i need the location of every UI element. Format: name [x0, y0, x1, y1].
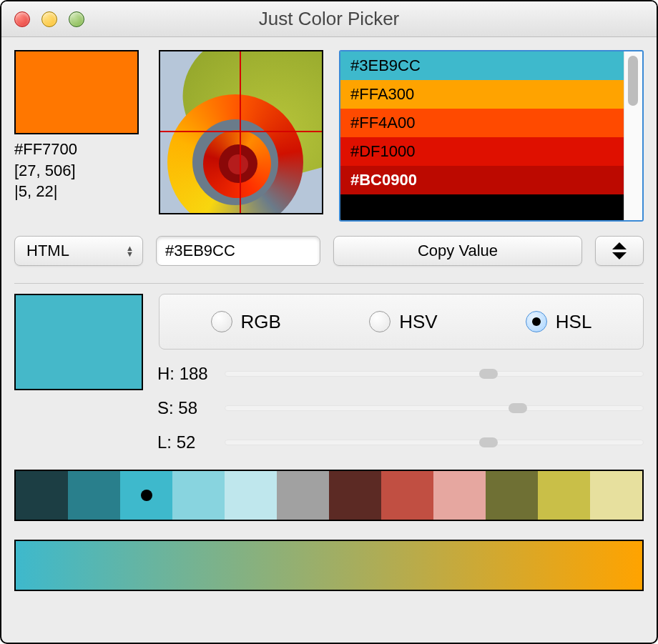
palette-row	[14, 470, 644, 521]
traffic-lights	[14, 11, 84, 27]
history-item[interactable]: #FFA300	[340, 80, 624, 109]
title-bar: Just Color Picker	[1, 1, 657, 37]
current-color-meta: #FF7700 [27, 506] |5, 22|	[14, 139, 143, 202]
slider-h[interactable]	[225, 371, 644, 377]
palette-cell[interactable]	[16, 471, 68, 520]
history-item[interactable]	[340, 194, 624, 220]
mode-label: HSL	[556, 311, 592, 333]
format-select[interactable]: HTML ▲▼	[14, 236, 143, 266]
palette-cell[interactable]	[433, 471, 486, 520]
current-hex: #FF7700	[14, 139, 143, 160]
mode-label: RGB	[241, 311, 281, 333]
slider-label-h: H: 188	[157, 364, 215, 384]
select-arrows-icon: ▲▼	[126, 245, 134, 257]
palette-cell[interactable]	[381, 471, 433, 520]
slider-s[interactable]	[225, 405, 644, 411]
active-dot-icon	[141, 490, 152, 501]
mode-radio-hsv[interactable]: HSV	[369, 311, 437, 333]
scrollbar-thumb[interactable]	[628, 56, 638, 106]
radio-icon	[526, 311, 547, 332]
slider-thumb-l[interactable]	[479, 437, 498, 447]
current-delta: |5, 22|	[14, 181, 143, 202]
section-divider	[14, 283, 644, 284]
magnifier-view[interactable]	[159, 50, 323, 214]
current-color-block: #FF7700 [27, 506] |5, 22|	[14, 50, 143, 222]
close-icon[interactable]	[14, 11, 30, 27]
color-history-list: #3EB9CC#FFA300#FF4A00#DF1000#BC0900	[339, 50, 644, 222]
crosshair-h-icon	[160, 131, 322, 132]
format-select-value: HTML	[26, 242, 69, 260]
radio-icon	[211, 311, 232, 332]
slider-row-s: S: 58	[157, 398, 644, 418]
stepper-up-icon[interactable]	[612, 242, 627, 249]
current-color-swatch	[14, 50, 139, 134]
window-title: Just Color Picker	[1, 8, 657, 30]
copy-button-label: Copy Value	[418, 242, 498, 260]
mode-radio-rgb[interactable]: RGB	[211, 311, 281, 333]
history-item[interactable]: #FF4A00	[340, 109, 624, 137]
current-coords: [27, 506]	[14, 160, 143, 182]
crosshair-v-icon	[240, 51, 241, 213]
radio-icon	[369, 311, 391, 332]
palette-cell[interactable]	[225, 471, 277, 520]
color-value-text: #3EB9CC	[165, 242, 235, 260]
minimize-icon[interactable]	[41, 11, 57, 27]
palette-cell[interactable]	[590, 471, 642, 520]
slider-label-s: S: 58	[157, 398, 215, 418]
stepper-down-icon[interactable]	[612, 252, 627, 259]
history-item[interactable]: #DF1000	[340, 137, 624, 166]
preview-swatch	[14, 294, 143, 390]
palette-cell[interactable]	[277, 471, 329, 520]
slider-row-l: L: 52	[157, 432, 644, 452]
palette-cell[interactable]	[68, 471, 120, 520]
slider-thumb-s[interactable]	[509, 403, 527, 413]
zoom-icon[interactable]	[69, 11, 84, 27]
slider-row-h: H: 188	[157, 364, 644, 384]
palette-cell[interactable]	[486, 471, 538, 520]
mode-label: HSV	[399, 311, 437, 333]
palette-cell[interactable]	[172, 471, 225, 520]
slider-label-l: L: 52	[157, 432, 215, 452]
palette-cell[interactable]	[538, 471, 590, 520]
history-item[interactable]: #BC0900	[340, 166, 624, 194]
history-scrollbar[interactable]	[624, 51, 642, 220]
content-area: #FF7700 [27, 506] |5, 22| #3EB9CC#FFA300…	[1, 37, 657, 643]
history-stepper[interactable]	[595, 236, 644, 266]
color-mode-group: RGBHSVHSL	[159, 294, 644, 350]
palette-cell[interactable]	[120, 471, 172, 520]
mode-radio-hsl[interactable]: HSL	[526, 311, 592, 333]
color-value-input[interactable]: #3EB9CC	[156, 236, 320, 266]
slider-thumb-h[interactable]	[479, 369, 498, 379]
slider-l[interactable]	[225, 440, 644, 445]
history-item[interactable]: #3EB9CC	[340, 51, 624, 80]
gradient-bar[interactable]	[14, 540, 644, 591]
app-window: Just Color Picker #FF7700 [27, 506] |5, …	[0, 0, 658, 644]
palette-cell[interactable]	[329, 471, 381, 520]
copy-value-button[interactable]: Copy Value	[333, 236, 582, 266]
